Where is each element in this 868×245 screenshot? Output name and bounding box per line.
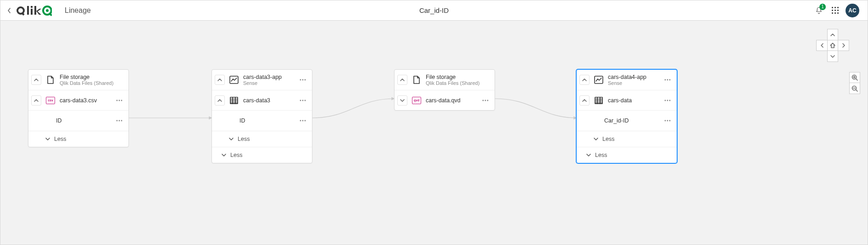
qvd-icon: qvd — [411, 95, 422, 106]
less-button[interactable]: Less — [28, 131, 128, 147]
node-file-storage-2[interactable]: File storage Qlik Data Files (Shared) qv… — [394, 69, 495, 111]
field-name: Car_id-ID — [604, 117, 629, 124]
app-launcher-button[interactable] — [829, 4, 842, 17]
pan-controls — [816, 29, 849, 62]
more-button[interactable] — [662, 115, 673, 126]
node-labels: cars-data3-app Sense — [243, 74, 294, 86]
chevron-up-icon — [33, 98, 39, 103]
file-icon — [411, 74, 422, 85]
node-sense-app-2[interactable]: cars-data4-app Sense cars-data — [576, 69, 677, 163]
pan-left-button[interactable] — [816, 40, 827, 51]
expand-button[interactable] — [397, 95, 407, 106]
field-name: ID — [56, 117, 62, 124]
more-button[interactable] — [114, 115, 125, 126]
less-label: Less — [595, 152, 607, 158]
node-header: File storage Qlik Data Files (Shared) — [28, 70, 128, 90]
app-icon — [228, 74, 239, 85]
collapse-button[interactable] — [31, 95, 41, 106]
node-child-header: cars-data — [577, 90, 677, 110]
collapse-button[interactable] — [397, 75, 407, 85]
more-button[interactable] — [297, 95, 308, 106]
node-child-header: cars-data3 — [212, 90, 312, 110]
back-button[interactable] — [5, 3, 13, 18]
more-button[interactable] — [480, 95, 491, 106]
top-bar: Lineage Car_id-ID 1 AC — [0, 0, 868, 21]
zoom-in-button[interactable] — [849, 72, 860, 83]
svg-point-17 — [117, 100, 118, 101]
field-row[interactable]: ID — [28, 110, 128, 131]
collapse-button[interactable] — [579, 75, 590, 85]
chevron-left-icon — [819, 43, 825, 48]
more-icon — [664, 120, 671, 122]
svg-point-31 — [300, 120, 301, 122]
svg-point-20 — [117, 120, 118, 122]
svg-point-35 — [485, 100, 486, 101]
svg-point-25 — [302, 79, 304, 81]
connectors — [0, 21, 868, 245]
less-button[interactable]: Less — [212, 131, 312, 147]
svg-point-21 — [119, 120, 120, 122]
svg-point-22 — [121, 120, 122, 122]
svg-point-42 — [665, 100, 666, 101]
node-header: cars-data3-app Sense — [212, 70, 312, 90]
chevron-up-icon — [830, 32, 835, 38]
chevron-down-icon — [830, 54, 835, 59]
node-sense-app-1[interactable]: cars-data3-app Sense cars-data3 — [211, 69, 312, 163]
pan-right-button[interactable] — [838, 40, 849, 51]
node-title: File storage — [426, 74, 491, 80]
svg-point-30 — [305, 100, 306, 101]
chevron-right-icon — [841, 43, 846, 48]
avatar[interactable]: AC — [846, 4, 859, 17]
grid-icon — [832, 7, 839, 14]
more-button[interactable] — [114, 95, 125, 106]
more-icon — [300, 120, 306, 122]
svg-rect-15 — [835, 12, 836, 14]
svg-rect-16 — [837, 12, 839, 14]
chevron-down-icon — [228, 136, 234, 142]
csv-icon: csv — [45, 95, 56, 106]
more-icon — [116, 120, 122, 122]
pan-up-button[interactable] — [827, 29, 838, 40]
zoom-controls — [849, 72, 860, 94]
collapse-button[interactable] — [579, 95, 590, 106]
app-icon — [593, 74, 604, 85]
reset-view-button[interactable] — [827, 40, 838, 51]
qlik-logo[interactable] — [16, 5, 52, 17]
chevron-up-icon — [217, 77, 223, 83]
pan-down-button[interactable] — [827, 51, 838, 62]
field-row[interactable]: ID — [212, 110, 312, 131]
lineage-canvas[interactable]: File storage Qlik Data Files (Shared) cs… — [0, 21, 868, 245]
notifications-button[interactable]: 1 — [812, 4, 825, 17]
less-label: Less — [54, 136, 66, 142]
svg-point-28 — [300, 100, 301, 101]
node-child-header: qvd cars-data.qvd — [395, 90, 495, 110]
qlik-logo-icon — [16, 5, 52, 17]
svg-point-6 — [46, 9, 49, 12]
more-button[interactable] — [662, 95, 673, 106]
more-icon — [300, 79, 306, 81]
node-file-storage-1[interactable]: File storage Qlik Data Files (Shared) cs… — [28, 69, 129, 147]
svg-rect-4 — [34, 6, 36, 15]
zoom-out-button[interactable] — [849, 83, 860, 94]
more-button[interactable] — [297, 115, 308, 126]
collapse-button[interactable] — [215, 75, 225, 85]
svg-rect-12 — [835, 10, 836, 11]
child-labels: cars-data3.csv — [60, 97, 110, 104]
collapse-button[interactable] — [31, 75, 41, 85]
less-label: Less — [238, 136, 250, 142]
collapse-button[interactable] — [215, 95, 225, 106]
breadcrumb[interactable]: Lineage — [65, 6, 91, 15]
field-row[interactable]: Car_id-ID — [577, 110, 677, 131]
less-button[interactable]: Less — [577, 131, 677, 147]
chevron-down-icon — [221, 152, 227, 158]
child-labels: cars-data3 — [243, 97, 294, 104]
chevron-down-icon — [45, 136, 50, 142]
node-labels: File storage Qlik Data Files (Shared) — [60, 74, 125, 86]
more-button[interactable] — [662, 74, 673, 85]
svg-rect-2 — [31, 9, 33, 15]
less-button[interactable]: Less — [212, 147, 312, 163]
more-button[interactable] — [297, 74, 308, 85]
svg-point-32 — [302, 120, 304, 122]
node-subtitle: Qlik Data Files (Shared) — [60, 80, 125, 86]
less-button[interactable]: Less — [577, 147, 677, 163]
